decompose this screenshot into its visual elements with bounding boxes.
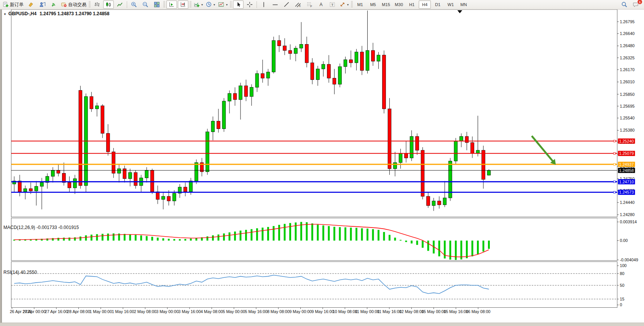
- trendline-button[interactable]: [281, 0, 292, 9]
- chevron-down-icon: ▾: [214, 3, 215, 6]
- search-icon: [621, 2, 628, 8]
- arrow-tools-icon: [340, 2, 346, 8]
- trendline-icon: [284, 2, 290, 8]
- svg-text:F: F: [310, 5, 312, 8]
- macd-pane: 0.0039140.00-0.004049: [13, 219, 638, 262]
- horizontal-level-lines[interactable]: [11, 140, 617, 193]
- annotation-arrow[interactable]: [532, 136, 556, 165]
- timeframe-w1-button[interactable]: W1: [445, 0, 457, 9]
- template-icon: [218, 2, 225, 8]
- autotrading-label: 自动交易: [68, 2, 86, 8]
- svg-text:0: 0: [620, 302, 622, 307]
- fibonacci-button[interactable]: F: [304, 0, 315, 9]
- svg-text:1.25540: 1.25540: [620, 116, 634, 120]
- cursor-button[interactable]: [233, 0, 244, 9]
- tile-windows-button[interactable]: [151, 0, 162, 9]
- timeframe-h1-button[interactable]: H1: [406, 0, 418, 9]
- svg-text:9 May 00:00: 9 May 00:00: [289, 309, 312, 314]
- svg-text:16 May 08:00: 16 May 08:00: [466, 309, 491, 314]
- chart-menu-chevron-icon[interactable]: ▼: [3, 13, 6, 16]
- svg-text:0.003914: 0.003914: [620, 219, 637, 224]
- candlestick-chart-button[interactable]: [103, 0, 114, 9]
- timeframe-label: M1: [357, 2, 363, 7]
- terminal-button[interactable]: [37, 0, 48, 9]
- search-button[interactable]: [619, 0, 630, 9]
- timeframe-m5-button[interactable]: M5: [367, 0, 379, 9]
- chevron-down-icon: ▾: [201, 3, 203, 6]
- timeframe-m30-button[interactable]: M30: [393, 0, 405, 9]
- chart-shift-button[interactable]: [178, 0, 188, 9]
- vertical-line-button[interactable]: [258, 0, 269, 9]
- macd-signal-value: -0.001915: [58, 225, 79, 230]
- zoom-out-icon: [142, 2, 149, 8]
- candlesticks: [13, 11, 491, 211]
- timeframe-mn-button[interactable]: MN: [457, 0, 470, 9]
- timeframe-label: H1: [409, 2, 414, 7]
- zoom-out-button[interactable]: [140, 0, 151, 9]
- autotrading-button[interactable]: 自动交易: [60, 0, 88, 9]
- text-label-icon: T: [329, 2, 336, 8]
- fibonacci-icon: F: [306, 2, 313, 8]
- tile-windows-icon: [154, 2, 160, 8]
- svg-text:1.24710: 1.24710: [619, 180, 634, 184]
- timeframe-h4-button[interactable]: H4: [419, 0, 431, 9]
- horizontal-line-icon: [272, 2, 278, 8]
- auto-scroll-button[interactable]: [166, 0, 177, 9]
- rsi-line: [14, 275, 489, 293]
- svg-text:10 May 08:00: 10 May 08:00: [333, 309, 357, 314]
- bar-chart-button[interactable]: [92, 0, 102, 9]
- signal-icon: [51, 2, 57, 8]
- text-button[interactable]: A: [316, 0, 326, 9]
- main-toolbar: 新订单 自动交易: [0, 0, 644, 10]
- toolbar-grip: [190, 1, 191, 8]
- svg-text:1.25850: 1.25850: [620, 92, 634, 97]
- svg-text:5 May 00:00: 5 May 00:00: [223, 309, 245, 314]
- svg-text:1.24440: 1.24440: [620, 200, 634, 205]
- chart-title: ▼GBPUSD-,H41.24795 1.24873 1.24790 1.248…: [3, 11, 109, 16]
- rsi-pane: 1008050150: [11, 263, 627, 307]
- price-axis: 1.267951.266401.264801.263251.261701.260…: [617, 19, 634, 217]
- horizontal-line-button[interactable]: [270, 0, 281, 9]
- macd-pane-label: MACD(12,26,9) -0.001733 -0.001915: [3, 225, 79, 230]
- channel-icon: E: [295, 2, 301, 8]
- svg-text:15: 15: [620, 297, 624, 301]
- timeframe-m1-button[interactable]: M1: [354, 0, 366, 9]
- line-chart-button[interactable]: [115, 0, 125, 9]
- templates-button[interactable]: ▾: [217, 0, 229, 9]
- timeframe-d1-button[interactable]: D1: [432, 0, 444, 9]
- svg-text:T: T: [331, 3, 333, 7]
- svg-text:1.24937: 1.24937: [619, 162, 634, 167]
- svg-text:27 Apr 00:00: 27 Apr 00:00: [22, 309, 46, 314]
- indicators-button[interactable]: ▾: [193, 0, 204, 9]
- svg-text:12 May 08:00: 12 May 08:00: [399, 309, 424, 314]
- signals-button[interactable]: [48, 0, 59, 9]
- arrow-tools-button[interactable]: ▾: [338, 0, 350, 9]
- new-order-icon: [3, 2, 9, 8]
- line-chart-icon: [117, 2, 123, 8]
- equidistant-channel-button[interactable]: E: [293, 0, 303, 9]
- timeframe-label: H4: [422, 2, 427, 7]
- svg-text:1 May 00:00: 1 May 00:00: [89, 309, 112, 314]
- toolbar-grip: [89, 1, 91, 8]
- chevron-down-icon: ▾: [347, 3, 349, 6]
- auto-scroll-icon: [169, 2, 175, 8]
- notifications-button[interactable]: 1: [630, 0, 641, 9]
- styler-button[interactable]: [26, 0, 36, 9]
- svg-text:1 May 16:00: 1 May 16:00: [112, 309, 134, 314]
- svg-text:11 May 00:00: 11 May 00:00: [355, 309, 379, 314]
- zoom-in-button[interactable]: [129, 0, 139, 9]
- timeframe-m15-button[interactable]: M15: [380, 0, 392, 9]
- svg-text:1.24858: 1.24858: [619, 168, 634, 173]
- price-line-labels: 1.252401.250791.249371.247101.245731.248…: [618, 138, 635, 195]
- crosshair-button[interactable]: [244, 0, 255, 9]
- svg-text:4 May 08:00: 4 May 08:00: [201, 309, 223, 314]
- timeframe-label: D1: [435, 2, 440, 7]
- vertical-line-icon: [261, 2, 266, 8]
- text-label-button[interactable]: T: [327, 0, 338, 9]
- new-order-label: 新订单: [10, 2, 24, 8]
- timeframe-label: MN: [461, 2, 467, 7]
- new-order-button[interactable]: 新订单: [2, 0, 25, 9]
- chart-canvas[interactable]: 1.267951.266401.264801.263251.261701.260…: [0, 9, 644, 326]
- periods-button[interactable]: ▾: [205, 0, 216, 9]
- text-icon: A: [318, 2, 324, 8]
